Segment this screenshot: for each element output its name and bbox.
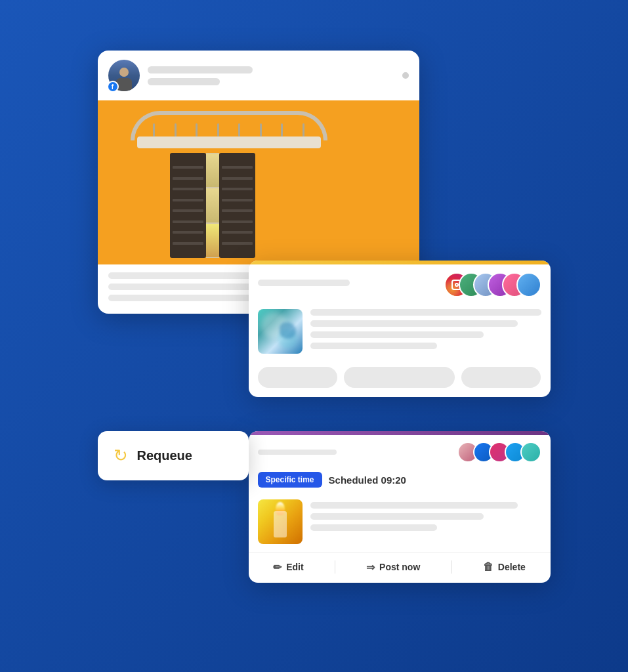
requeue-label: Requeue: [137, 448, 192, 463]
text-line: [310, 524, 438, 531]
text-line: [310, 513, 484, 520]
window-stripe: [206, 224, 219, 257]
shutter-right: [219, 153, 255, 258]
action-button-1[interactable]: [258, 367, 337, 388]
delete-label: Delete: [498, 562, 526, 572]
specific-time-badge: Specific time: [258, 472, 322, 488]
scheduled-timing-row: Specific time Scheduled 09:20: [249, 468, 551, 494]
fb-name-placeholder: [148, 66, 394, 85]
person-head: [119, 68, 129, 77]
slat: [173, 231, 203, 234]
edit-label: Edit: [286, 562, 303, 572]
requeue-icon: ↻: [114, 446, 128, 466]
rail-post: [303, 123, 304, 136]
slat: [173, 177, 203, 180]
candle-body: [274, 511, 287, 537]
scheduled-avatar-group: [457, 442, 541, 463]
delete-button[interactable]: 🗑 Delete: [483, 561, 526, 573]
edit-icon: ✏: [273, 561, 282, 574]
queue-thumbnail: [258, 309, 303, 354]
action-button-2[interactable]: [344, 367, 455, 388]
queue-action-buttons: [249, 360, 551, 397]
queue-text-content: [310, 309, 541, 354]
window-stripe: [206, 188, 219, 222]
text-line: [310, 309, 541, 316]
window-shutters: [170, 153, 255, 258]
edit-button[interactable]: ✏ Edit: [273, 561, 303, 574]
social-avatar-img: [516, 272, 541, 297]
slat: [222, 231, 253, 234]
slat: [173, 220, 203, 223]
scheduled-text-content: [310, 499, 541, 544]
more-options-icon[interactable]: [402, 72, 409, 79]
scheduled-card-header: [249, 435, 551, 468]
balcony-image: [98, 100, 419, 264]
shutter-slats: [170, 153, 206, 258]
scheduled-post-card: Specific time Scheduled 09:20 ✏ Edit: [249, 431, 551, 583]
post-image: [98, 100, 419, 264]
shutter-slats: [219, 153, 255, 258]
slat: [222, 166, 253, 169]
header-line: [258, 450, 337, 455]
text-line: [310, 331, 484, 338]
rail-post: [175, 123, 177, 136]
slat: [222, 242, 253, 245]
requeue-card[interactable]: ↻ Requeue: [98, 431, 249, 480]
scheduled-time-text: Scheduled 09:20: [329, 474, 406, 486]
rail-post: [196, 123, 198, 136]
slat: [173, 188, 203, 190]
balcony-rail: [137, 112, 321, 148]
shutter-left: [170, 153, 206, 258]
delete-icon: 🗑: [483, 561, 493, 573]
candle-image: [258, 499, 303, 544]
rail-post: [260, 123, 262, 136]
post-now-label: Post now: [379, 562, 420, 572]
footer-divider-1: [335, 560, 335, 574]
queue-content-area: [249, 303, 551, 360]
rail-post: [153, 123, 155, 136]
main-scene: f: [78, 51, 551, 621]
fluid-art-image: [258, 309, 303, 354]
social-avatar-linkedin: [522, 272, 541, 297]
slat: [222, 188, 253, 190]
rail-posts: [144, 123, 314, 136]
rail-post: [217, 123, 219, 136]
action-button-3[interactable]: [461, 367, 541, 388]
post-now-icon: ⇒: [366, 561, 375, 574]
scheduled-footer: ✏ Edit ⇒ Post now 🗑 Delete: [249, 552, 551, 583]
slat: [173, 242, 203, 245]
slat: [173, 199, 203, 201]
sch-avatar-img: [520, 442, 541, 463]
fluid-blob-3: [280, 322, 296, 339]
name-line-1: [148, 66, 253, 74]
post-now-button[interactable]: ⇒ Post now: [366, 561, 420, 574]
avatar: f: [108, 60, 140, 91]
scheduled-content-area: [249, 494, 551, 549]
header-line: [258, 280, 350, 286]
window-stripe: [206, 154, 219, 187]
rail-post: [281, 123, 283, 136]
slat: [173, 166, 203, 169]
window-center: [206, 153, 219, 258]
slat: [222, 209, 253, 212]
rail-post: [238, 123, 240, 136]
slat: [222, 199, 253, 201]
slat: [173, 209, 203, 212]
rail-base: [137, 136, 321, 148]
scheduled-header-text: [258, 450, 457, 455]
slat: [222, 220, 253, 223]
footer-divider-2: [451, 560, 452, 574]
text-line: [310, 343, 438, 349]
fb-card-header: f: [98, 51, 419, 100]
queue-card-header: [249, 264, 551, 303]
slat: [222, 177, 253, 180]
scheduled-thumbnail: [258, 499, 303, 544]
text-line: [310, 320, 518, 327]
queue-card: [249, 261, 551, 397]
sch-avatar-extra: [520, 442, 541, 463]
social-avatar-group: [444, 272, 541, 297]
queue-header-text: [258, 280, 444, 291]
facebook-badge-icon: f: [107, 81, 119, 93]
text-line: [310, 502, 518, 509]
name-line-2: [148, 78, 220, 85]
